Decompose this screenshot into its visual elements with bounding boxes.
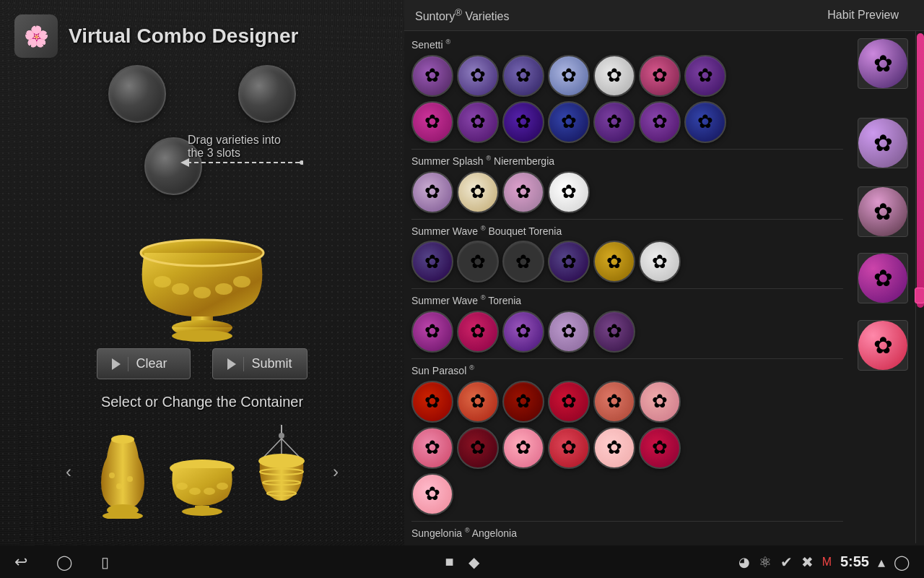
summer-wave-bouquet-name: Summer Wave ® Bouquet Torenia — [411, 221, 843, 239]
flower-item[interactable]: ✿ — [502, 101, 544, 143]
flower-item[interactable]: ✿ — [411, 473, 453, 515]
flower-item[interactable]: ✿ — [502, 381, 544, 423]
senetti-flowers-row-1: ✿ ✿ ✿ ✿ ✿ ✿ ✿ — [411, 53, 843, 99]
sungelonia-section: Sungelonia ® Angelonia — [411, 523, 843, 541]
varieties-list: Senetti ® ✿ ✿ ✿ ✿ ✿ ✿ ✿ ✿ ✿ ✿ ✿ ✿ ✿ — [404, 31, 850, 543]
home-button[interactable]: ◯ — [56, 553, 72, 571]
summer-wave-torenia-name: Summer Wave ® Torenia — [411, 290, 843, 309]
flower-item[interactable]: ✿ — [639, 241, 681, 282]
clear-arrow-icon — [112, 358, 121, 370]
flower-item[interactable]: ✿ — [639, 55, 681, 97]
taskbar-center: ■ ◆ — [313, 553, 611, 571]
gmail-icon[interactable]: M — [822, 556, 832, 569]
summer-wave-torenia-section: Summer Wave ® Torenia ✿ ✿ ✿ ✿ ✿ — [411, 290, 843, 355]
svg-point-13 — [111, 435, 134, 444]
svg-point-19 — [127, 476, 133, 482]
sungelonia-name: Sungelonia ® Angelonia — [411, 523, 843, 541]
flower-item[interactable]: ✿ — [411, 55, 453, 97]
sun-parasol-section: Sun Parasol ® ✿ ✿ ✿ ✿ ✿ ✿ ✿ ✿ ✿ ✿ ✿ ✿ — [411, 361, 843, 517]
flower-item[interactable]: ✿ — [457, 101, 499, 143]
submit-arrow-icon — [227, 358, 236, 370]
varieties-content: Senetti ® ✿ ✿ ✿ ✿ ✿ ✿ ✿ ✿ ✿ ✿ ✿ ✿ ✿ — [404, 31, 924, 543]
svg-point-23 — [204, 488, 215, 495]
svg-point-5 — [172, 283, 189, 295]
flower-item[interactable]: ✿ — [593, 381, 635, 423]
slot-2[interactable] — [238, 65, 296, 123]
flower-item[interactable]: ✿ — [411, 427, 453, 469]
container-prev-button[interactable]: ‹ — [58, 461, 79, 483]
flower-item[interactable]: ✿ — [411, 171, 453, 213]
flower-item[interactable]: ✿ — [548, 311, 590, 353]
flower-item[interactable]: ✿ — [457, 427, 499, 469]
close-icon[interactable]: ✖ — [801, 553, 814, 571]
sun-parasol-name: Sun Parasol ® — [411, 361, 843, 379]
flower-item[interactable]: ✿ — [411, 311, 453, 353]
taskbar: ↩ ◯ ▯ ■ ◆ ◕ ⚛ ✔ ✖ M 5:55 ▴ ◯ — [0, 545, 924, 578]
summer-splash-section: Summer Splash ® Nierembergia ✿ ✿ ✿ ✿ — [411, 151, 843, 215]
flower-item[interactable]: ✿ — [457, 171, 499, 213]
screen-icon[interactable]: ■ — [445, 553, 453, 570]
svg-point-12 — [172, 330, 232, 342]
slot-1[interactable] — [108, 65, 166, 123]
flower-item[interactable]: ✿ — [593, 55, 635, 97]
flower-item[interactable]: ✿ — [548, 427, 590, 469]
container-row: ‹ — [0, 418, 404, 526]
flower-item[interactable]: ✿ — [639, 101, 681, 143]
summer-splash-preview-thumb: ✿ — [858, 118, 908, 168]
summer-wave-bouquet-preview-thumb: ✿ — [858, 186, 908, 237]
flower-item[interactable]: ✿ — [639, 381, 681, 423]
summer-splash-name: Summer Splash ® Nierembergia — [411, 151, 843, 169]
flower-item[interactable]: ✿ — [502, 55, 544, 97]
flower-item[interactable]: ✿ — [502, 241, 544, 282]
flower-item[interactable]: ✿ — [593, 101, 635, 143]
flower-item[interactable]: ✿ — [411, 241, 453, 282]
scrollbar-thumb[interactable] — [917, 33, 924, 308]
flower-item[interactable]: ✿ — [548, 55, 590, 97]
varieties-label: Suntory® Varieties — [415, 7, 509, 23]
svg-point-24 — [217, 483, 228, 490]
container-item-1[interactable] — [94, 425, 152, 519]
container-section-title: Select or Change the Container — [0, 387, 404, 418]
flower-item[interactable]: ✿ — [684, 101, 726, 143]
flower-item[interactable]: ✿ — [548, 101, 590, 143]
drag-hint-text: Drag varieties into the 3 slots — [188, 134, 281, 159]
svg-point-17 — [109, 473, 115, 478]
recent-apps-button[interactable]: ▯ — [101, 553, 109, 571]
container-item-3[interactable] — [253, 425, 310, 519]
flower-item[interactable]: ✿ — [684, 55, 726, 97]
container-item-2[interactable] — [166, 425, 238, 519]
scrollbar-knob[interactable] — [915, 288, 924, 303]
flower-item[interactable]: ✿ — [457, 311, 499, 353]
svg-point-28 — [279, 433, 284, 439]
flower-item[interactable]: ✿ — [411, 101, 453, 143]
flower-item[interactable]: ✿ — [593, 427, 635, 469]
sun-parasol-flowers-row-1: ✿ ✿ ✿ ✿ ✿ ✿ — [411, 379, 843, 425]
flower-item[interactable]: ✿ — [548, 381, 590, 423]
flower-item[interactable]: ✿ — [502, 171, 544, 213]
android-icon: ◕ — [738, 554, 750, 570]
summer-wave-torenia-preview-thumb: ✿ — [858, 253, 908, 303]
left-panel: 🌸 Virtual Combo Designer Drag varieties … — [0, 0, 404, 545]
clear-button[interactable]: Clear — [97, 348, 191, 379]
buttons-area: Clear Submit — [0, 348, 404, 379]
container-urn-1 — [94, 432, 152, 519]
flower-item[interactable]: ✿ — [457, 55, 499, 97]
habit-preview-label: Habit Preview — [827, 9, 899, 22]
media-icon[interactable]: ◆ — [468, 553, 479, 571]
svg-point-7 — [215, 283, 232, 295]
back-button[interactable]: ↩ — [14, 553, 27, 571]
flower-item[interactable]: ✿ — [502, 427, 544, 469]
scrollbar-track[interactable] — [915, 31, 924, 543]
flower-item[interactable]: ✿ — [639, 427, 681, 469]
flower-item[interactable]: ✿ — [502, 311, 544, 353]
flower-item[interactable]: ✿ — [457, 381, 499, 423]
flower-item[interactable]: ✿ — [548, 241, 590, 282]
flower-item[interactable]: ✿ — [593, 241, 635, 282]
flower-item[interactable]: ✿ — [593, 311, 635, 353]
flower-item[interactable]: ✿ — [548, 171, 590, 213]
taskbar-left: ↩ ◯ ▯ — [14, 553, 313, 571]
flower-item[interactable]: ✿ — [457, 241, 499, 282]
container-next-button[interactable]: › — [325, 461, 346, 483]
flower-item[interactable]: ✿ — [411, 381, 453, 423]
submit-button[interactable]: Submit — [212, 348, 307, 379]
